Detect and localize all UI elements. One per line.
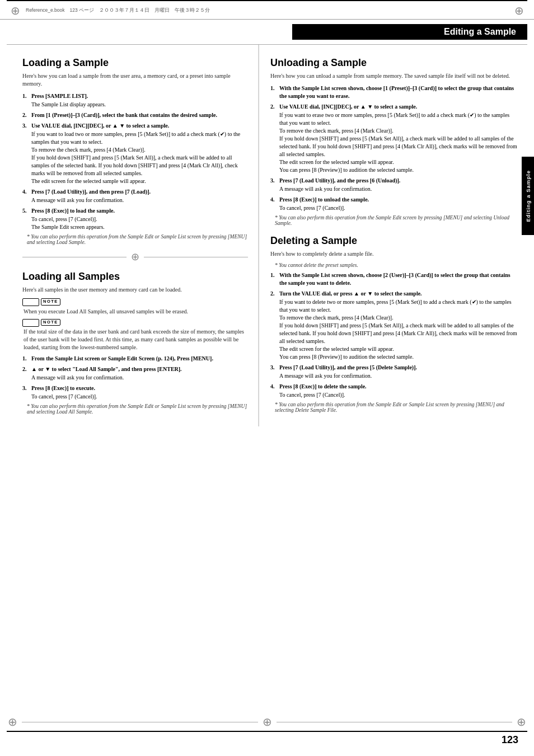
unloading-sample-section: Unloading a Sample Here's how you can un… <box>270 57 517 226</box>
unloading-asterisk: * You can also perform this operation fr… <box>270 215 517 226</box>
top-left-reg: ⊕ <box>8 3 22 18</box>
bottom-mid-reg: ⊕ <box>263 715 272 729</box>
header-info: Reference_e.book 123 ページ ２００３年７月１４日 月曜日 … <box>26 7 512 14</box>
step-item: 1. With the Sample List screen shown, ch… <box>270 84 517 100</box>
loading-sample-section: Loading a Sample Here's how you can load… <box>22 57 248 245</box>
loading-all-note1: When you execute Load All Samples, all u… <box>24 308 248 316</box>
step-item: 2. Turn the VALUE dial, or press ▲ or ▼ … <box>270 290 517 361</box>
step-item: 3. Press [7 (Load Utility)], and the pre… <box>270 364 517 380</box>
step-item: 4. Press [8 (Exec)] to delete the sample… <box>270 383 517 399</box>
page-number: 123 <box>502 734 518 746</box>
deleting-sample-steps: 1. With the Sample List screen shown, ch… <box>270 271 517 399</box>
unloading-sample-heading: Unloading a Sample <box>270 57 517 69</box>
step-item: 2. From [1 (Preset)]–[3 (Card)], select … <box>22 111 248 119</box>
note-icon: NOTE <box>41 298 60 306</box>
step-item: 3. Use VALUE dial, [INC][DEC], or ▲ ▼ to… <box>22 122 248 185</box>
page-title: Editing a Sample <box>444 27 516 36</box>
step-item: 3. Press [7 (Load Utility)], and the pre… <box>270 177 517 193</box>
step-item: 1. From the Sample List screen or Sample… <box>22 355 248 363</box>
bottom-right-reg: ⊕ <box>517 715 526 729</box>
deleting-sample-heading: Deleting a Sample <box>270 235 517 247</box>
loading-all-note2-box: NOTE If the total size of the data in th… <box>22 319 248 352</box>
unloading-sample-steps: 1. With the Sample List screen shown, ch… <box>270 84 517 212</box>
step-item: 2. Use VALUE dial, [INC][DEC], or ▲ ▼ to… <box>270 103 517 174</box>
loading-all-asterisk: * You can also perform this operation fr… <box>22 403 248 415</box>
loading-sample-intro: Here's how you can load a sample from th… <box>22 72 248 88</box>
step-item: 1. Press [SAMPLE LIST]. The Sample List … <box>22 92 248 109</box>
loading-sample-steps: 1. Press [SAMPLE LIST]. The Sample List … <box>22 92 248 231</box>
loading-all-steps: 1. From the Sample List screen or Sample… <box>22 355 248 401</box>
loading-all-intro: Here's all samples in the user memory an… <box>22 286 248 294</box>
loading-all-heading: Loading all Samples <box>22 271 248 283</box>
deleting-asterisk: * You can also perform this operation fr… <box>270 402 517 413</box>
loading-all-note2: If the total size of the data in the use… <box>24 328 248 351</box>
page-title-bar: Editing a Sample <box>292 24 527 40</box>
mid-left-reg: ⊕ <box>131 251 139 263</box>
step-item: 4. Press [8 (Exec)] to unload the sample… <box>270 196 517 212</box>
top-right-reg: ⊕ <box>512 3 526 18</box>
note-icon-2: NOTE <box>41 319 60 326</box>
step-item: 4. Press [7 (Load Utility)], and then pr… <box>22 188 248 204</box>
loading-sample-heading: Loading a Sample <box>22 57 248 69</box>
loading-all-samples-section: Loading all Samples Here's all samples i… <box>22 271 248 415</box>
unloading-sample-intro: Here's how you can unload a sample from … <box>270 72 517 80</box>
step-item: 1. With the Sample List screen shown, ch… <box>270 271 517 287</box>
step-item: 5. Press [8 (Exec)] to load the sample. … <box>22 207 248 231</box>
cannot-delete-note: * You cannot delete the preset samples. <box>270 262 517 268</box>
loading-sample-note: * You can also perform this operation fr… <box>22 234 248 245</box>
deleting-sample-section: Deleting a Sample Here's how to complete… <box>270 235 517 413</box>
bottom-left-reg: ⊕ <box>8 715 17 729</box>
loading-all-note1-box: NOTE When you execute Load All Samples, … <box>22 298 248 316</box>
step-item: 3. Press [8 (Exec)] to execute. To cance… <box>22 384 248 401</box>
deleting-sample-intro: Here's how to completely delete a sample… <box>270 250 517 258</box>
side-tab: Editing a Sample <box>522 157 534 235</box>
step-item: 2. ▲ or ▼ to select "Load All Sample", a… <box>22 365 248 382</box>
